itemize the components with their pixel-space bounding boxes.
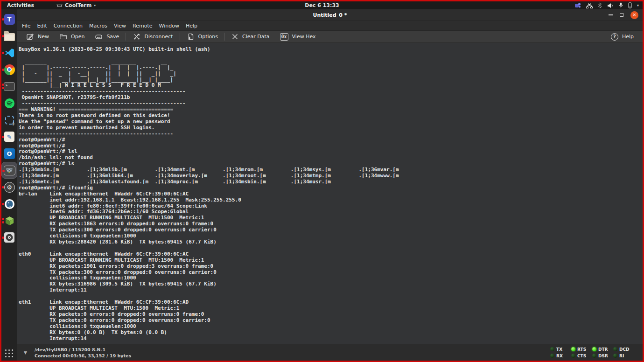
- options-gear-doc-icon: [187, 33, 195, 41]
- led-dtr-indicator: [592, 347, 596, 351]
- maximize-icon[interactable]: [620, 13, 623, 17]
- hex-0x-icon: [280, 33, 288, 41]
- menu-help[interactable]: Help: [182, 23, 201, 29]
- save-button[interactable]: Save: [90, 31, 124, 42]
- clear-data-label: Clear Data: [242, 34, 270, 40]
- disk-utility-icon: [4, 232, 14, 243]
- led-cts-indicator: [571, 354, 575, 358]
- menu-file[interactable]: File: [19, 23, 34, 29]
- new-button[interactable]: New: [21, 31, 54, 42]
- microphone-icon[interactable]: [619, 2, 623, 8]
- desktop-screen: Activities CoolTerm ▾ Dec 6 13:33 ▾ T: [0, 0, 644, 362]
- dock-item-file-manager[interactable]: [1, 28, 17, 44]
- led-dsr: DSR: [592, 354, 613, 358]
- status-bar: ▼ /dev/ttyUSB0 / 115200 8-N-1 Connected …: [17, 344, 643, 361]
- screenshot-icon: [5, 116, 14, 125]
- menu-connection[interactable]: Connection: [50, 23, 86, 29]
- show-apps-grid-icon[interactable]: [5, 349, 14, 358]
- coolterm-window: Untitled_0 * ✕ File Edit Connection Macr…: [17, 9, 643, 361]
- open-button[interactable]: Open: [54, 31, 90, 42]
- spotify-icon: [4, 98, 15, 109]
- close-icon[interactable]: ✕: [630, 11, 638, 19]
- help-label: Help: [622, 34, 634, 40]
- menu-remote[interactable]: Remote: [129, 23, 155, 29]
- signal-led-grid: TX RTS DTR DCD RX CTS DSR RI: [550, 346, 634, 359]
- dock-item-settings[interactable]: [1, 179, 17, 195]
- open-label: Open: [71, 34, 84, 40]
- volume-icon[interactable]: [607, 3, 614, 8]
- led-dsr-indicator: [592, 354, 596, 358]
- help-question-icon: [611, 33, 618, 41]
- dock-item-teams[interactable]: T: [1, 11, 17, 28]
- dock-item-outlook[interactable]: O: [1, 145, 17, 162]
- led-rts: RTS: [571, 347, 592, 352]
- system-tray: ▾: [575, 2, 639, 8]
- menu-window[interactable]: Window: [156, 23, 182, 29]
- activities-button[interactable]: Activities: [1, 2, 41, 8]
- network-icon[interactable]: [586, 3, 593, 8]
- teams-icon: T: [4, 14, 15, 25]
- terminal-output[interactable]: BusyBox v1.36.1 (2023-08-25 09:30:43 UTC…: [17, 43, 643, 344]
- menu-bar: File Edit Connection Macros View Remote …: [17, 21, 643, 31]
- open-folder-icon: [59, 33, 67, 41]
- status-text: /dev/ttyUSB0 / 115200 8-N-1 Connected 00…: [35, 347, 131, 359]
- toolbar-separator: [126, 33, 126, 41]
- connection-info: Connected 00:03:56, 33,152 / 19 bytes: [35, 353, 131, 358]
- led-rx-indicator: [550, 354, 554, 358]
- options-button[interactable]: Options: [182, 31, 223, 42]
- dock-item-coolterm[interactable]: [1, 162, 17, 179]
- dock-item-spotify[interactable]: [1, 95, 17, 111]
- led-dtr: DTR: [592, 347, 613, 352]
- dock-item-vscode[interactable]: [1, 44, 17, 61]
- app-menu[interactable]: CoolTerm ▾: [56, 2, 96, 8]
- terminal-icon: >_: [4, 82, 15, 91]
- minimize-icon[interactable]: [609, 14, 613, 15]
- dock-item-screenshot[interactable]: [1, 111, 17, 128]
- dock: T >_ O: [1, 9, 17, 361]
- dock-item-chrome[interactable]: [1, 61, 17, 78]
- connection-settings-dropdown-icon[interactable]: ▼: [24, 350, 27, 355]
- dock-item-blockbench[interactable]: [1, 212, 17, 229]
- menu-view[interactable]: View: [111, 23, 129, 29]
- save-label: Save: [106, 34, 119, 40]
- teams-tray-icon[interactable]: [575, 2, 581, 8]
- led-tx: TX: [550, 347, 571, 352]
- led-rts-indicator: [571, 347, 575, 351]
- desktop-main: T >_ O: [1, 9, 643, 361]
- disconnect-label: Disconnect: [144, 34, 173, 40]
- text-editor-icon: [4, 132, 14, 142]
- dock-item-terminal[interactable]: >_: [1, 78, 17, 95]
- led-dcd-indicator: [613, 347, 617, 351]
- chrome-icon: [4, 64, 15, 75]
- dock-item-text-editor[interactable]: [1, 128, 17, 145]
- led-ri-indicator: [613, 354, 617, 358]
- disconnect-icon: [133, 33, 140, 41]
- toolbar-separator: [180, 33, 180, 41]
- outlook-icon: O: [4, 148, 15, 159]
- clear-x-icon: [231, 33, 238, 40]
- vscode-icon: [4, 48, 15, 58]
- menu-macros[interactable]: Macros: [86, 23, 111, 29]
- tray-chevron-icon[interactable]: ▾: [637, 3, 639, 7]
- settings-gear-icon: [4, 182, 15, 193]
- green-cube-icon: [4, 216, 15, 226]
- led-cts: CTS: [571, 354, 592, 358]
- save-drive-icon: [95, 33, 103, 41]
- coolterm-mini-icon: [56, 3, 63, 8]
- clock[interactable]: Dec 6 13:33: [305, 2, 339, 8]
- help-button[interactable]: Help: [606, 31, 639, 42]
- view-hex-button[interactable]: View Hex: [275, 31, 321, 42]
- title-bar[interactable]: Untitled_0 * ✕: [17, 9, 643, 21]
- disconnect-button[interactable]: Disconnect: [127, 31, 178, 42]
- bluetooth-icon[interactable]: [598, 2, 602, 8]
- power-icon[interactable]: [628, 2, 632, 8]
- new-label: New: [38, 34, 49, 40]
- clear-data-button[interactable]: Clear Data: [226, 31, 275, 42]
- dock-item-postgresql[interactable]: [1, 195, 17, 212]
- app-menu-label: CoolTerm: [65, 2, 91, 8]
- window-title: Untitled_0 *: [313, 12, 347, 18]
- toolbar: New Open Save Disconnect O: [17, 31, 643, 43]
- port-info: /dev/ttyUSB0 / 115200 8-N-1: [35, 347, 105, 352]
- dock-item-disk-utility[interactable]: [1, 229, 17, 246]
- menu-edit[interactable]: Edit: [34, 23, 50, 29]
